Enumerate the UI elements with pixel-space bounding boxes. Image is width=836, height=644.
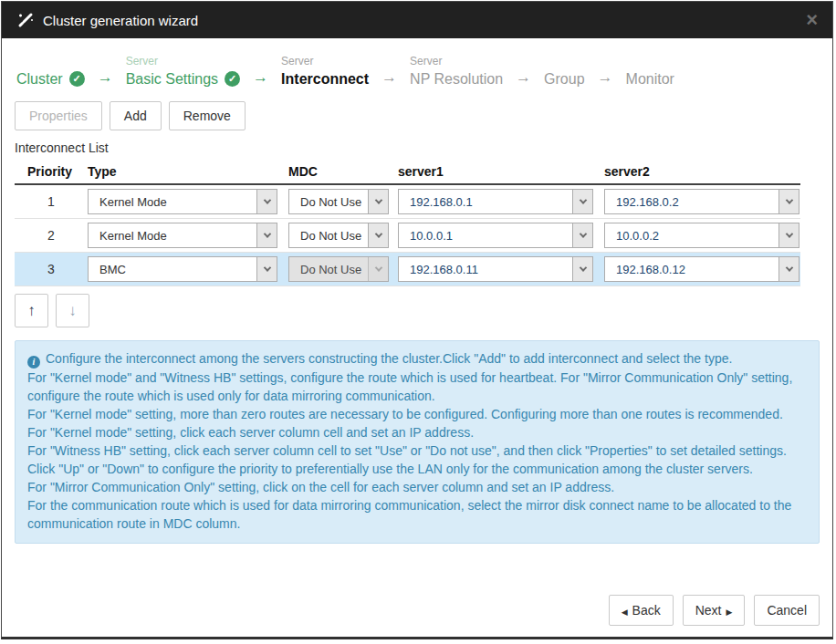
column-header-server2: server2: [604, 164, 800, 179]
step-arrow-icon: →: [381, 68, 397, 87]
column-header-type: Type: [88, 164, 288, 179]
chevron-down-icon: [779, 223, 799, 247]
chevron-down-icon: [368, 190, 388, 213]
row-order-controls: ↑ ↓: [15, 294, 820, 327]
step-label: NP Resolution: [410, 69, 503, 88]
table-row-selected[interactable]: 3 BMC Do Not Use 192.168.0.11 192.168.0.…: [15, 253, 800, 286]
chevron-down-icon: [779, 257, 799, 281]
dialog-title: Cluster generation wizard: [43, 13, 806, 28]
next-arrow-icon: ▶: [726, 608, 732, 617]
step-label: Interconnect: [281, 69, 369, 88]
properties-button[interactable]: Properties: [15, 101, 102, 130]
chevron-down-icon: [572, 190, 592, 213]
chevron-down-icon: [256, 190, 277, 213]
footer-buttons: ◀Back Next▶ Cancel: [15, 584, 820, 637]
column-header-mdc: MDC: [288, 164, 398, 179]
server2-select[interactable]: 192.168.0.2: [604, 189, 799, 214]
chevron-down-icon: [779, 190, 799, 213]
step-np-resolution: Server NP Resolution: [410, 53, 503, 88]
info-line: For "Kernel mode" setting, more than zer…: [27, 405, 807, 423]
table-row[interactable]: 1 Kernel Mode Do Not Use 192.168.0.1 192…: [15, 185, 800, 219]
chevron-down-icon: [368, 257, 388, 281]
info-line: For the communication route which is use…: [27, 496, 807, 533]
chevron-down-icon: [256, 223, 277, 247]
title-bar: Cluster generation wizard ×: [2, 2, 832, 38]
step-group: Group: [544, 53, 584, 88]
wizard-stepper: Cluster✓ → Server Basic Settings✓ → Serv…: [16, 53, 818, 88]
chevron-down-icon: [572, 257, 592, 281]
down-arrow-icon: ↓: [68, 302, 77, 320]
cluster-generation-wizard-dialog: Cluster generation wizard × Cluster✓ → S…: [1, 1, 833, 639]
toolbar: Properties Add Remove: [15, 101, 820, 130]
step-arrow-icon: →: [98, 68, 113, 87]
type-select[interactable]: Kernel Mode: [88, 223, 277, 248]
remove-button[interactable]: Remove: [169, 101, 246, 130]
type-select[interactable]: Kernel Mode: [88, 189, 277, 214]
step-arrow-icon: →: [516, 68, 531, 87]
back-arrow-icon: ◀: [622, 608, 628, 617]
interconnect-list-label: Interconnect List: [15, 140, 820, 155]
mdc-select[interactable]: Do Not Use: [288, 189, 389, 214]
up-arrow-icon: ↑: [27, 302, 36, 320]
move-down-button[interactable]: ↓: [56, 294, 89, 327]
step-monitor: Monitor: [626, 53, 674, 88]
step-basic-settings: Server Basic Settings✓: [126, 53, 240, 88]
server2-select[interactable]: 10.0.0.2: [604, 223, 799, 248]
interconnect-table: Priority Type MDC server1 server2 1 Kern…: [15, 160, 800, 286]
priority-cell: 3: [15, 262, 88, 276]
info-line: For "Mirror Communication Only" setting,…: [27, 478, 807, 496]
server1-select[interactable]: 192.168.0.1: [398, 189, 593, 214]
chevron-down-icon: [368, 223, 388, 247]
step-label: Basic Settings: [126, 69, 218, 88]
table-row[interactable]: 2 Kernel Mode Do Not Use 10.0.0.1 10.0.0…: [15, 219, 800, 253]
info-line: For "Kernel mode" and "Witness HB" setti…: [27, 369, 807, 405]
info-line: For "Kernel mode" setting, click each se…: [27, 423, 807, 441]
priority-cell: 2: [15, 228, 88, 243]
server1-select[interactable]: 192.168.0.11: [398, 256, 593, 282]
step-label: Cluster: [16, 69, 63, 88]
info-panel: Configure the interconnect among the ser…: [15, 340, 820, 544]
mdc-select[interactable]: Do Not Use: [288, 223, 389, 248]
step-label: Monitor: [626, 69, 674, 88]
step-interconnect: Server Interconnect: [281, 53, 369, 88]
cancel-button[interactable]: Cancel: [754, 595, 820, 626]
move-up-button[interactable]: ↑: [15, 294, 48, 327]
chevron-down-icon: [572, 223, 592, 247]
table-header: Priority Type MDC server1 server2: [15, 160, 800, 185]
step-cluster: Cluster✓: [16, 53, 85, 88]
step-label: Group: [544, 69, 584, 88]
info-line: Configure the interconnect among the ser…: [27, 349, 807, 369]
check-icon: ✓: [69, 71, 85, 87]
close-icon[interactable]: ×: [806, 10, 818, 30]
next-button[interactable]: Next▶: [683, 595, 746, 626]
info-icon: [27, 356, 40, 369]
priority-cell: 1: [15, 194, 88, 209]
info-line: Click "Up" or "Down" to configure the pr…: [27, 460, 807, 478]
magic-wand-icon: [16, 11, 35, 29]
mdc-select[interactable]: Do Not Use: [288, 256, 389, 282]
server2-select[interactable]: 192.168.0.12: [604, 256, 799, 282]
chevron-down-icon: [256, 257, 277, 281]
back-button[interactable]: ◀Back: [609, 595, 674, 626]
column-header-server1: server1: [398, 164, 604, 179]
type-select[interactable]: BMC: [88, 256, 277, 282]
check-icon: ✓: [225, 71, 240, 87]
step-arrow-icon: →: [253, 68, 268, 87]
info-line: For "Witness HB" setting, click each ser…: [27, 441, 807, 460]
step-arrow-icon: →: [598, 68, 613, 87]
dialog-body: Cluster✓ → Server Basic Settings✓ → Serv…: [2, 38, 832, 637]
column-header-priority: Priority: [15, 164, 88, 179]
add-button[interactable]: Add: [110, 101, 162, 130]
server1-select[interactable]: 10.0.0.1: [398, 223, 593, 248]
